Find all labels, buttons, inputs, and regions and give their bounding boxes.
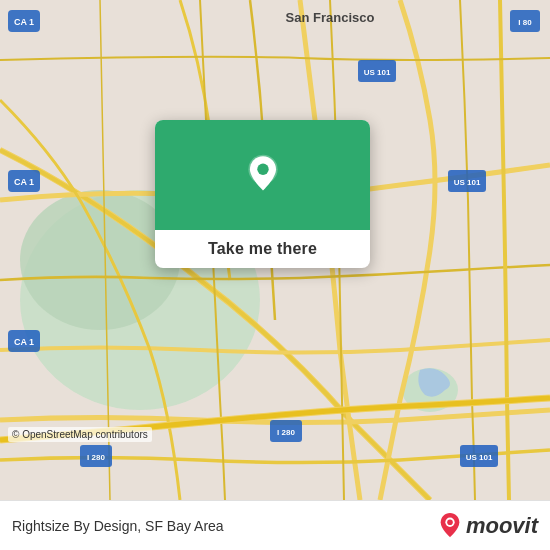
bottom-bar: Rightsize By Design, SF Bay Area moovit: [0, 500, 550, 550]
osm-credit: © OpenStreetMap contributors: [8, 427, 152, 442]
svg-point-25: [257, 164, 268, 175]
popup-button-area[interactable]: Take me there: [155, 230, 370, 268]
moovit-logo: moovit: [438, 512, 538, 540]
svg-text:CA 1: CA 1: [14, 177, 34, 187]
popup-card: Take me there: [155, 120, 370, 268]
svg-text:San Francisco: San Francisco: [286, 10, 375, 25]
moovit-brand-text: moovit: [466, 513, 538, 539]
svg-text:I 280: I 280: [277, 428, 295, 437]
svg-text:I 280: I 280: [87, 453, 105, 462]
map-container: CA 1 CA 1 CA 1 US 101 US 101 US 101 I 28…: [0, 0, 550, 500]
svg-text:US 101: US 101: [364, 68, 391, 77]
take-me-there-button[interactable]: Take me there: [208, 240, 317, 258]
osm-credit-text: © OpenStreetMap contributors: [12, 429, 148, 440]
svg-text:CA 1: CA 1: [14, 337, 34, 347]
svg-text:CA 1: CA 1: [14, 17, 34, 27]
location-text: Rightsize By Design, SF Bay Area: [12, 518, 438, 534]
moovit-pin-icon: [438, 512, 462, 540]
svg-point-27: [447, 519, 453, 525]
location-pin-icon: [241, 153, 285, 197]
svg-text:US 101: US 101: [466, 453, 493, 462]
popup-green-area: [155, 120, 370, 230]
svg-text:I 80: I 80: [518, 18, 532, 27]
svg-text:US 101: US 101: [454, 178, 481, 187]
